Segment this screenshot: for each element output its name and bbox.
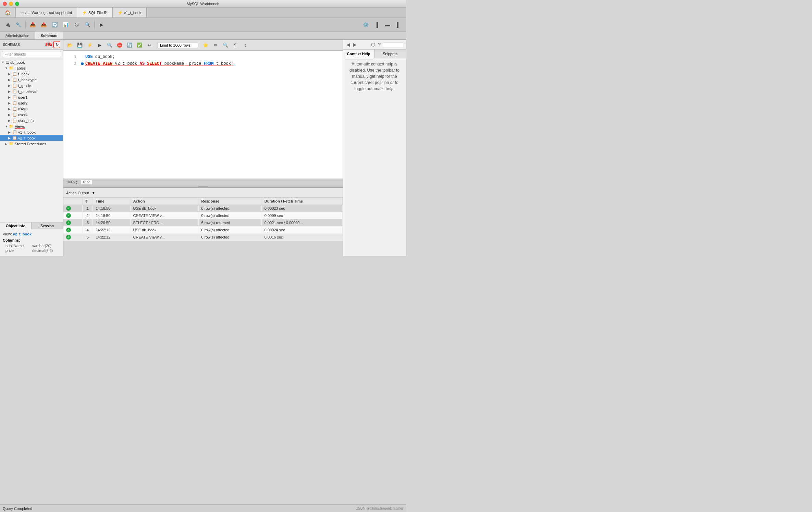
refresh-label[interactable]: 刷新	[45, 42, 52, 47]
connection-tab[interactable]: local - Warning - not supported	[16, 8, 77, 17]
row-num-1: 1	[83, 205, 93, 212]
main-area: 📂 💾 ⚡ ▶ 🔍 ⛔ 🔄 ✅ ↩ Limit to 1000 rows Lim…	[63, 40, 343, 256]
tree-item-user-info[interactable]: ▶ 📋 user_info	[0, 118, 63, 123]
tree-label-user-info: user_info	[18, 119, 34, 123]
expand-arrow: ▶	[8, 136, 12, 140]
panel-left-icon[interactable]: ▐	[372, 20, 381, 29]
execute-btn[interactable]: ⚡	[85, 41, 94, 49]
tree-item-t-booktype[interactable]: ▶ 📋 t_booktype	[0, 77, 63, 83]
maximize-button[interactable]	[15, 2, 19, 6]
find-btn[interactable]: 🔍	[221, 41, 230, 49]
expand-arrow: ▶	[5, 142, 9, 146]
v1-tab[interactable]: ⚡ v1_t_book	[113, 8, 147, 17]
new-connection-icon[interactable]: 🔌	[3, 20, 12, 29]
stop-btn[interactable]: ⛔	[115, 41, 124, 49]
zoom-value: 100%	[66, 180, 75, 184]
row-num-5: 5	[83, 234, 93, 241]
toolbar-separator-2	[94, 21, 95, 29]
table-row: ✓ 3 14:20:59 SELECT * FRO... 6 row(s) re…	[63, 219, 343, 227]
explain-btn[interactable]: 🔍	[105, 41, 114, 49]
invisible-chars-btn[interactable]: ¶	[231, 41, 240, 49]
view-label: View: v2_t_book	[3, 232, 60, 236]
forward-icon[interactable]: ▶	[97, 20, 106, 29]
tree-item-stored-procedures[interactable]: ▶ 📁 Stored Procedures	[0, 141, 63, 147]
tree-item-v1-t-book[interactable]: ▶ 📋 v1_t_book	[0, 129, 63, 135]
import-icon[interactable]: 📥	[28, 20, 37, 29]
row-time-4: 14:22:12	[93, 227, 130, 234]
help-text: Automatic context help is disabled. Use …	[346, 61, 403, 92]
model-icon[interactable]: 📊	[61, 20, 70, 29]
open-file-btn[interactable]: 📂	[65, 41, 74, 49]
tree-label-t-grade: t_grade	[18, 84, 31, 88]
panel-right-icon[interactable]: ▌	[394, 20, 403, 29]
panel-center-icon[interactable]: ▬	[383, 20, 392, 29]
tree-item-t-book[interactable]: ▶ 📋 t_book	[0, 71, 63, 77]
columns-header: Columns:	[3, 238, 60, 242]
tree-item-user4[interactable]: ▶ 📋 user4	[0, 112, 63, 118]
tree-item-db-book[interactable]: ▼ 🗃 db_book	[0, 60, 63, 65]
left-panel: SCHEMAS 刷新 ↻ ▼ 🗃 db_book ▼ 📁 Tables	[0, 40, 63, 256]
manage-connections-icon[interactable]: 🔧	[14, 20, 23, 29]
export-icon[interactable]: 📤	[39, 20, 48, 29]
row-duration-1: 0.00023 sec	[261, 205, 342, 212]
nav-forward-btn[interactable]: ▶	[352, 41, 357, 48]
minimize-button[interactable]	[9, 2, 13, 6]
zoom-control: 100% ▲ ▼	[66, 180, 78, 185]
settings-icon[interactable]: ⚙️	[361, 20, 370, 29]
commit-btn[interactable]: ✅	[135, 41, 144, 49]
keyword-as: AS	[139, 61, 144, 66]
output-expand-icon[interactable]: ▼	[92, 191, 95, 195]
tab-administration[interactable]: Administration	[0, 32, 35, 39]
query-icon[interactable]: 🔍	[83, 20, 92, 29]
tab-context-help[interactable]: Context Help	[343, 50, 374, 58]
zoom-up-arrow[interactable]: ▲	[76, 180, 78, 182]
code-content-2: CREATE VIEW v2_t_book AS SELECT bookName…	[85, 61, 340, 66]
nav-extra-btn-1[interactable]: ⬡	[370, 41, 376, 48]
output-title: Action Output	[66, 191, 89, 195]
close-button[interactable]	[3, 2, 7, 6]
row-action-3: SELECT * FRO...	[130, 219, 198, 227]
bookmark-btn[interactable]: ⭐	[201, 41, 210, 49]
code-editor[interactable]: 1 USE db_book; 2 CREATE VIEW v2_t_book	[63, 51, 343, 179]
home-tab[interactable]: 🏠	[0, 8, 16, 17]
tab-schemas[interactable]: Schemas	[35, 32, 63, 39]
content-area: SCHEMAS 刷新 ↻ ▼ 🗃 db_book ▼ 📁 Tables	[0, 40, 406, 256]
tab-snippets[interactable]: Snippets	[374, 50, 406, 58]
tree-item-user2[interactable]: ▶ 📋 user2	[0, 100, 63, 106]
keyword-use: USE	[85, 54, 93, 59]
table-icon: 📋	[12, 77, 17, 82]
migration-icon[interactable]: 🔄	[50, 20, 59, 29]
database-icon: 🗃	[5, 60, 9, 64]
filter-input[interactable]	[2, 51, 61, 57]
line-dot-2	[81, 62, 84, 65]
nav-back-btn[interactable]: ◀	[346, 41, 351, 48]
zoom-spinner[interactable]: ▲ ▼	[76, 180, 78, 185]
expand-arrow: ▶	[8, 101, 12, 105]
transaction-btn[interactable]: 🔄	[125, 41, 134, 49]
tab-session[interactable]: Session	[32, 222, 63, 229]
nav-extra-btn-2[interactable]: ?	[377, 41, 381, 48]
tree-item-tables[interactable]: ▼ 📁 Tables	[0, 65, 63, 71]
admin-icon[interactable]: 🗂	[72, 20, 81, 29]
tree-item-user3[interactable]: ▶ 📋 user3	[0, 106, 63, 112]
code-text-4: t_book;	[216, 61, 233, 66]
tree-item-views[interactable]: ▼ 📁 Views	[0, 123, 63, 129]
rollback-btn[interactable]: ↩	[145, 41, 154, 49]
execute-current-btn[interactable]: ▶	[95, 41, 104, 49]
save-file-btn[interactable]: 💾	[75, 41, 84, 49]
expand-arrow: ▼	[5, 125, 9, 128]
search-help-input[interactable]	[383, 42, 403, 47]
tree-item-v2-t-book[interactable]: ▶ 📋 v2_t_book	[0, 135, 63, 141]
folder-icon: 📁	[9, 124, 14, 129]
tree-item-t-pricelevel[interactable]: ▶ 📋 t_pricelevel	[0, 88, 63, 94]
tree-label-t-pricelevel: t_pricelevel	[18, 89, 37, 94]
word-wrap-btn[interactable]: ↕	[241, 41, 250, 49]
refresh-button[interactable]: ↻	[53, 41, 60, 48]
tree-item-user1[interactable]: ▶ 📋 user1	[0, 94, 63, 100]
format-btn[interactable]: ✏	[211, 41, 220, 49]
tree-item-t-grade[interactable]: ▶ 📋 t_grade	[0, 83, 63, 88]
zoom-down-arrow[interactable]: ▼	[76, 182, 78, 185]
tab-object-info[interactable]: Object Info	[0, 222, 32, 229]
sql-file-tab[interactable]: ⚡ SQL File 5*	[77, 8, 113, 17]
limit-select[interactable]: Limit to 1000 rows Limit to 200 rows Don…	[158, 42, 198, 48]
